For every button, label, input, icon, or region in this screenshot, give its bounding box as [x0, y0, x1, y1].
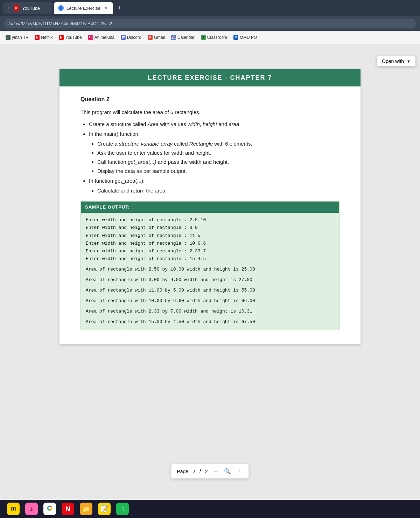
page-label: Page — [177, 469, 188, 474]
bookmark-discord[interactable]: 💬 Discord — [118, 34, 144, 41]
input-line-1: Enter width and height of rectangle : 2.… — [86, 216, 334, 224]
bookmark-yinah-tv-label: yinah TV — [12, 35, 28, 40]
question-description: This program will calculate the area of … — [80, 108, 340, 117]
music-icon: ♪ — [30, 505, 33, 513]
page-navigation: Page 2 / 2 − 🔍 + — [171, 464, 249, 479]
bookmark-animekisa[interactable]: AK AnimeKisa — [85, 34, 117, 41]
italic-getarea: get_area(...) — [128, 159, 156, 165]
tab-lecture[interactable]: 👤 Lecture Exercise ✕ — [54, 2, 113, 14]
bookmark-calendar-label: Calendar — [177, 35, 195, 40]
tab-youtube[interactable]: ✕ YouTube ✕ — [3, 2, 52, 14]
sub-bullet-1: Create a structure variable array called… — [97, 140, 340, 148]
taskbar-music[interactable]: ♪ — [25, 503, 38, 515]
taskbar-sticky[interactable]: 📝 — [98, 503, 111, 515]
italic-area: Area — [148, 121, 159, 127]
discord-icon: 💬 — [121, 35, 126, 40]
input-line-2: Enter width and height of rectangle : 3 … — [86, 224, 334, 232]
sub-bullet-2: Ask the user to enter values for width a… — [97, 149, 340, 157]
svg-point-1 — [49, 507, 51, 509]
output-line-6: Area of rectangle with 15.00 by 4.50 wid… — [86, 318, 334, 326]
sticky-icon: 📝 — [100, 505, 108, 513]
bookmarks-bar: 📺 yinah TV N Netflix YouTube AK AnimeKis… — [0, 31, 420, 44]
bookmark-gmail-label: Gmail — [154, 35, 165, 40]
document-wrapper: LECTURE EXERCISE - CHAPTER 7 Question 2 … — [59, 69, 360, 344]
total-pages: 2 — [205, 469, 208, 474]
taskbar-netflix[interactable]: N — [62, 503, 74, 515]
bookmark-yinah-tv[interactable]: 📺 yinah TV — [3, 34, 31, 41]
output-line-2: Area of rectangle with 3.00 by 9.00 widt… — [86, 276, 334, 284]
sub-bullet-4: Display the data as per sample output. — [97, 167, 340, 175]
tab-close-btn-youtube[interactable]: ✕ — [43, 5, 48, 11]
italic-rectangle: Rectangle — [189, 141, 213, 147]
sample-output-box: SAMPLE OUTPUT: Enter width and height of… — [80, 201, 340, 330]
bullet-structure: Create a structure called Area with valu… — [89, 120, 340, 128]
zoom-out-button[interactable]: − — [212, 467, 220, 476]
bookmark-youtube-label: YouTube — [65, 35, 82, 40]
output-line-4: Area of rectangle with 10.00 by 6.60 wid… — [86, 297, 334, 305]
tab-youtube-label: YouTube — [22, 6, 40, 11]
tab-close-btn-lecture[interactable]: ✕ — [103, 5, 109, 11]
taskbar-chrome[interactable] — [43, 503, 56, 515]
lecture-header-text: LECTURE EXERCISE - CHAPTER 7 — [148, 74, 272, 81]
getarea-sub-list: Calculate and return the area. — [97, 187, 340, 195]
italic-height: height — [203, 121, 217, 127]
open-with-label: Open with — [382, 58, 404, 64]
output-line-1: Area of rectangle with 2.50 by 10.00 wid… — [86, 266, 334, 273]
bookmark-netflix[interactable]: N Netflix — [32, 34, 55, 41]
new-tab-button[interactable]: + — [114, 3, 124, 13]
getarea-sub-bullet-1: Calculate and return the area. — [97, 187, 340, 195]
bookmark-mmu-label: MMU PO — [240, 35, 257, 40]
page-separator: / — [200, 469, 201, 474]
question-title: Question 2 — [80, 95, 340, 104]
netflix-taskbar-icon: N — [65, 505, 70, 513]
bookmark-classroom[interactable]: 🎓 Classroom — [198, 34, 230, 41]
lecture-tab-icon: 👤 — [58, 5, 64, 11]
bullet-main-func: In the main() function: Create a structu… — [89, 130, 340, 175]
content-area: Open with ▼ LECTURE EXERCISE - CHAPTER 7… — [0, 44, 420, 500]
current-page: 2 — [192, 469, 195, 474]
explorer-icon: 📁 — [82, 505, 90, 513]
italic-width: width — [188, 121, 200, 127]
netflix-icon: N — [35, 35, 40, 40]
input-line-4: Enter width and height of rectangle : 10… — [86, 240, 334, 247]
chrome-icon — [46, 504, 54, 514]
sub-bullet-3: Call function get_area(...) and pass the… — [97, 158, 340, 166]
doc-content: Question 2 This program will calculate t… — [59, 86, 360, 344]
taskbar-spotify[interactable]: ♫ — [116, 503, 129, 515]
gmail-icon: M — [148, 35, 153, 40]
zoom-in-button[interactable]: + — [235, 467, 243, 476]
bookmark-gmail[interactable]: M Gmail — [145, 34, 168, 41]
spotify-icon: ♫ — [120, 506, 125, 512]
calendar-icon: 📅 — [171, 35, 176, 40]
main-func-label: In the main() function: — [89, 131, 140, 137]
taskbar-file-manager[interactable]: ⊞ — [7, 503, 20, 515]
title-bar: ✕ YouTube ✕ 👤 Lecture Exercise ✕ + — [0, 0, 420, 16]
bookmark-calendar[interactable]: 📅 Calendar — [168, 34, 197, 41]
yinah-tv-icon: 📺 — [6, 35, 10, 40]
taskbar-explorer[interactable]: 📁 — [80, 503, 92, 515]
sample-output-header: SAMPLE OUTPUT: — [81, 202, 339, 213]
tab-close-youtube[interactable]: ✕ — [7, 6, 10, 10]
open-with-dropdown[interactable]: Open with ▼ — [372, 54, 420, 69]
getarea-label: In function get_area(...): — [89, 178, 145, 184]
bookmark-mmu[interactable]: M MMU PO — [231, 34, 260, 41]
youtube-tab-icon — [14, 5, 19, 11]
file-manager-icon: ⊞ — [11, 505, 16, 513]
animekisa-icon: AK — [88, 35, 93, 40]
output-line-3: Area of rectangle with 11.00 by 5.00 wid… — [86, 287, 334, 294]
output-line-5: Area of rectangle with 2.33 by 7.00 widt… — [86, 308, 334, 315]
main-bullet-list: Create a structure called Area with valu… — [89, 120, 340, 195]
bookmark-classroom-label: Classroom — [207, 35, 227, 40]
bullet-getarea: In function get_area(...): Calculate and… — [89, 177, 340, 195]
zoom-button[interactable]: 🔍 — [224, 468, 231, 475]
bookmark-discord-label: Discord — [127, 35, 141, 40]
bookmark-netflix-label: Netflix — [41, 35, 52, 40]
bookmark-animekisa-label: AnimeKisa — [94, 35, 114, 40]
open-with-arrow: ▼ — [407, 59, 411, 63]
input-line-6: Enter width and height of rectangle : 15… — [86, 255, 334, 263]
lecture-header: LECTURE EXERCISE - CHAPTER 7 — [59, 69, 360, 86]
input-line-3: Enter width and height of rectangle : 11… — [86, 232, 334, 240]
bookmark-youtube[interactable]: YouTube — [56, 34, 84, 41]
mmu-icon: M — [233, 35, 238, 40]
address-input[interactable] — [4, 19, 416, 28]
